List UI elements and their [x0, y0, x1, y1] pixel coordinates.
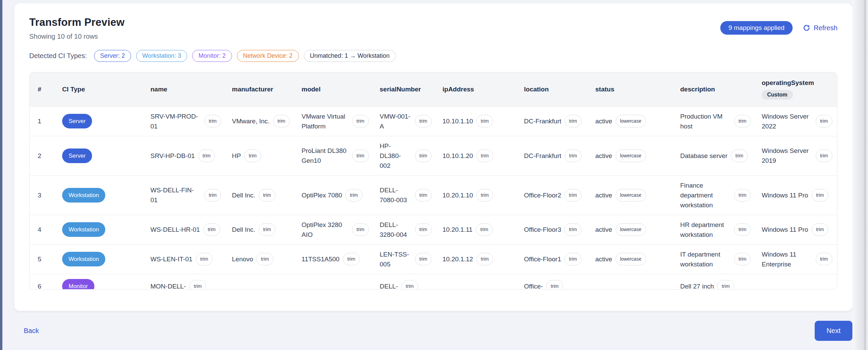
transform-badge-trim: trim [546, 280, 563, 290]
ci-type-badge: Server [62, 148, 92, 163]
cell-value: active [595, 190, 612, 200]
cell-value: Office-Floor2 [524, 190, 561, 200]
cell-value: Lenovo [232, 254, 253, 264]
cell-value: Windows 11 Pro [762, 190, 808, 200]
transform-badge-trim: trim [198, 150, 215, 162]
cell-value: active [595, 116, 612, 126]
cell-value: HR department workstation [680, 220, 731, 240]
transform-badge-trim: trim [415, 150, 432, 162]
cell-ipAddress: 10.20.1.12trim [437, 244, 519, 274]
cell-name: SRV-HP-DB-01trim [145, 136, 227, 175]
row-count-text: Showing 10 of 10 rows [29, 33, 125, 40]
cell-value: Windows Server 2022 [762, 111, 812, 131]
cell-value: OptiPlex 3280 AIO [302, 220, 349, 240]
transform-badge-trim: trim [273, 115, 290, 127]
row-number: 6 [30, 274, 57, 290]
cell-serialNumber: DELL-trim [374, 274, 437, 290]
cell-value: active [595, 151, 612, 161]
cell-location: DC-Frankfurttrim [519, 106, 590, 136]
row-number: 3 [30, 175, 57, 215]
transform-preview-card: Transform Preview Showing 10 of 10 rows … [14, 3, 852, 311]
cell-operatingSystem: Windows 11 Protrim [756, 175, 837, 215]
ci-type-badge: Workstation [62, 252, 105, 266]
transform-badge-trim: trim [734, 115, 751, 127]
cell-value: Database server [680, 151, 727, 161]
transform-badge-trim: trim [816, 150, 832, 162]
cell-location: Office-Floor2trim [519, 175, 590, 215]
cell-value: DELL- [380, 281, 398, 290]
ci-type-badge: Workstation [62, 188, 105, 203]
transform-badge-trim: trim [244, 150, 261, 162]
cell-manufacturer: Dell Inc.trim [227, 215, 296, 244]
ci-type-chips: Server: 2Workstation: 3Monitor: 2Network… [94, 50, 396, 62]
title-block: Transform Preview Showing 10 of 10 rows [29, 16, 125, 40]
ci-type-badge: Server [62, 114, 92, 128]
cell-description: Database servertrim [675, 136, 756, 175]
transform-badge-trim: trim [816, 115, 832, 127]
transform-badge-trim: trim [259, 189, 275, 202]
transform-badge-trim: trim [812, 223, 828, 236]
cell-operatingSystem: Windows Server 2019trim [756, 136, 837, 175]
cell-value: Windows 11 Enterprise [762, 249, 812, 269]
cell-model [296, 274, 374, 290]
cell-value: Production VM host [680, 111, 731, 131]
transform-badge-lowercase: lowercase [616, 223, 646, 236]
cell-operatingSystem [756, 274, 837, 290]
transform-badge-trim: trim [812, 189, 828, 202]
transform-badge-trim: trim [734, 223, 751, 236]
cell-location: Office-Floor3trim [519, 215, 590, 244]
column-header-model: model [296, 72, 374, 106]
window-scrollbar[interactable] [852, 0, 868, 350]
cell-location: Office-trim [519, 274, 590, 290]
cell-ipAddress: 10.10.1.10trim [437, 106, 519, 136]
table-row: 6MonitorMON-DELL-trimDELL-trimOffice-tri… [30, 274, 837, 290]
transform-badge-trim: trim [259, 223, 275, 236]
cell-status: activelowercase [590, 136, 675, 175]
column-header-manufacturer: manufacturer [227, 72, 296, 106]
cell-ipAddress: 10.20.1.10trim [437, 175, 519, 215]
transform-badge-trim: trim [345, 189, 362, 202]
ci-type-chip: Unmatched: 1 → Workstation [304, 50, 396, 62]
cell-status: activelowercase [590, 244, 675, 274]
ci-type-cell: Monitor [57, 274, 145, 290]
cell-value: MON-DELL- [150, 281, 186, 290]
column-header-citype: CI Type [57, 72, 145, 106]
cell-value: Office-Floor3 [524, 225, 561, 234]
cell-serialNumber: LEN-TSS-005trim [374, 244, 437, 274]
column-header-serialNumber: serialNumber [374, 72, 437, 106]
cell-value: Finance department workstation [680, 180, 731, 210]
ci-type-chip: Network Device: 2 [237, 50, 299, 62]
transform-badge-trim: trim [564, 223, 581, 236]
cell-manufacturer [227, 274, 296, 290]
cell-manufacturer: Dell Inc.trim [227, 175, 296, 215]
cell-value: IT department workstation [680, 249, 731, 269]
preview-table-container: #CI TypenamemanufacturermodelserialNumbe… [29, 72, 837, 290]
cell-value: Dell Inc. [232, 225, 255, 234]
cell-value: 10.10.1.20 [442, 151, 473, 161]
row-number: 5 [30, 244, 57, 274]
cell-description: Production VM hosttrim [675, 106, 756, 136]
cell-model: OptiPlex 7080trim [296, 175, 374, 215]
ci-type-badge: Monitor [62, 279, 94, 290]
cell-value: 10.20.1.10 [442, 190, 473, 200]
ci-type-chip: Monitor: 2 [192, 50, 232, 62]
mappings-applied-badge: 9 mappings applied [720, 21, 793, 35]
column-header-operatingSystem: operatingSystemCustom [756, 72, 837, 106]
transform-badge-trim: trim [476, 223, 492, 236]
refresh-button[interactable]: Refresh [803, 24, 837, 32]
back-button[interactable]: Back [24, 327, 39, 335]
next-button[interactable]: Next [815, 321, 852, 341]
preview-table: #CI TypenamemanufacturermodelserialNumbe… [30, 72, 837, 290]
cell-value: active [595, 254, 612, 264]
cell-value: 10.20.1.11 [442, 225, 472, 234]
column-header-name: name [145, 72, 227, 106]
cell-serialNumber: HP-DL380-002trim [374, 136, 437, 175]
cell-value: SRV-HP-DB-01 [150, 151, 195, 161]
cell-value: HP [232, 151, 241, 161]
transform-badge-trim: trim [731, 150, 747, 162]
cell-value: Office-Floor1 [524, 254, 561, 264]
transform-badge-trim: trim [189, 280, 206, 290]
cell-name: SRV-VM-PROD-01trim [145, 106, 227, 136]
cell-ipAddress: 10.10.1.20trim [437, 136, 519, 175]
transform-badge-trim: trim [203, 223, 220, 236]
